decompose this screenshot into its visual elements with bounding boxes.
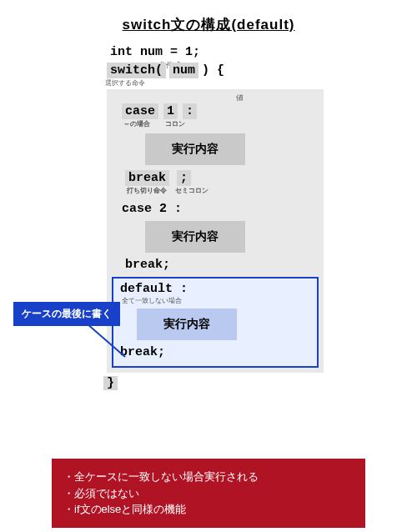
select-instruction-label: 選択する命令 — [105, 78, 324, 88]
case-value-1: 1 — [163, 103, 178, 119]
colon-label: コロン — [165, 119, 185, 128]
break-meaning-label: 打ち切り命令 — [127, 186, 167, 195]
page-title: switch文の構成(default) — [0, 0, 417, 34]
notes-box: 全ケースに一致しない場合実行される 必須ではない if文のelseと同様の機能 — [52, 459, 365, 528]
switch-body: 値 case 1 : ～の場合 コロン 実行内容 break ; 打ち切り命令 … — [107, 89, 324, 373]
default-block: default : 全て一致しない場合 実行内容 break; — [112, 277, 319, 368]
case-meaning-label: ～の場合 — [123, 119, 150, 128]
exec-box-default: 実行内容 — [137, 309, 237, 340]
note-3: if文のelseと同様の機能 — [63, 501, 354, 518]
break1-sublabels: 打ち切り命令 セミコロン — [127, 186, 319, 195]
break2-line: break; — [125, 258, 319, 272]
exec-box-1: 実行内容 — [145, 133, 245, 165]
default-sublabel: 全て一致しない場合 — [122, 296, 310, 305]
close-brace: } — [103, 376, 118, 390]
code-block: int num = 1; switch( num ) { 選択する命令 値 ca… — [107, 45, 324, 390]
value-label: 値 — [160, 93, 319, 103]
close-paren-brace: ) { — [202, 63, 224, 78]
switch-keyword: switch( — [107, 63, 166, 78]
exec-box-2: 実行内容 — [145, 221, 245, 253]
break-keyword: break — [125, 170, 169, 186]
note-2: 必須ではない — [63, 485, 354, 502]
semicolon-token: ; — [177, 170, 191, 186]
switch-line: switch( num ) { — [107, 63, 324, 78]
callout-box: ケースの最後に書く — [13, 302, 120, 326]
default-line: default : — [120, 282, 310, 296]
num-token: num — [169, 63, 198, 78]
case1-line: case 1 : — [122, 103, 319, 119]
note-1: 全ケースに一致しない場合実行される — [63, 469, 354, 485]
semicolon-label: セミコロン — [175, 186, 208, 195]
case2-line: case 2 : — [122, 202, 319, 216]
case-keyword: case — [122, 103, 158, 119]
break1-line: break ; — [125, 170, 319, 186]
default-break: break; — [120, 345, 310, 359]
case2-text: case 2 : — [122, 202, 182, 216]
decl-line: int num = 1; — [107, 45, 324, 59]
colon-token: : — [183, 103, 197, 119]
case1-sublabels: ～の場合 コロン — [123, 119, 319, 128]
